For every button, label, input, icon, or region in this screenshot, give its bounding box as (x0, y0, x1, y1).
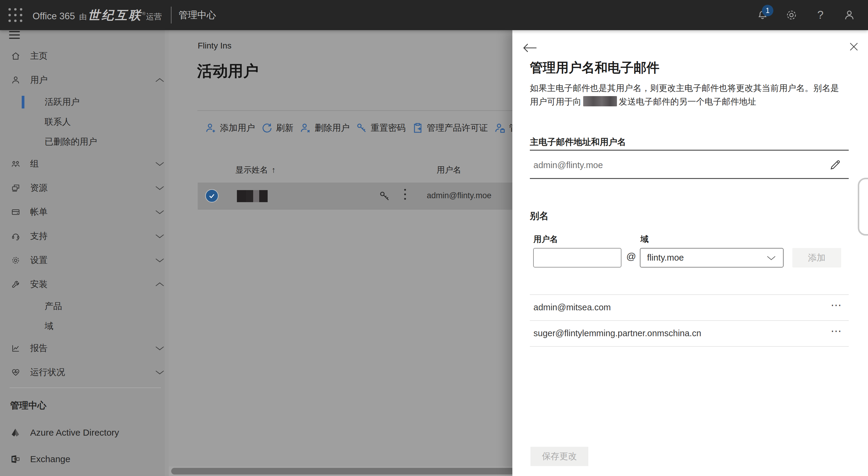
close-icon (849, 41, 859, 52)
close-button[interactable] (849, 41, 859, 52)
chevron-down-icon (155, 185, 164, 191)
settings-button[interactable] (777, 0, 806, 30)
sidebar-item-setup[interactable]: 安装 (0, 272, 169, 296)
headset-icon (11, 231, 21, 241)
sidebar-item-users[interactable]: 用户 (0, 68, 169, 92)
admin-centers-header: 管理中心 (10, 400, 46, 412)
horizontal-scrollbar-track[interactable] (169, 466, 513, 476)
sidebar-item-resources[interactable]: 资源 (0, 176, 169, 200)
chevron-down-icon (155, 233, 164, 239)
person-icon (11, 75, 21, 85)
chevron-up-icon (155, 77, 164, 83)
sidebar-item-domains[interactable]: 域 (0, 316, 169, 336)
main-content: Flinty Ins 活动用户 添加用户 刷新 删除用户 (169, 30, 513, 476)
sidebar-item-reports[interactable]: 报告 (0, 336, 169, 360)
person-briefcase-icon (494, 122, 506, 134)
help-icon: ? (817, 9, 824, 21)
column-header-display-name[interactable]: 显示姓名↑ (236, 164, 276, 175)
manage-roles-button[interactable]: 管理 (494, 122, 513, 134)
sidebar-item-home[interactable]: 主页 (0, 44, 169, 68)
account-button[interactable] (835, 0, 864, 30)
alias-username-input[interactable] (533, 248, 621, 267)
alias-list-divider (530, 320, 849, 321)
key-icon (355, 122, 368, 134)
sort-ascending-icon: ↑ (272, 165, 276, 174)
sidebar-item-products[interactable]: 产品 (0, 296, 169, 316)
refresh-button[interactable]: 刷新 (261, 122, 293, 134)
sidebar-item-deleted-users[interactable]: 已删除的用户 (0, 132, 169, 152)
user-table-row[interactable]: admin@flinty.moe (198, 183, 513, 210)
column-header-username[interactable]: 用户名 (437, 164, 461, 175)
chevron-down-icon (767, 255, 776, 261)
alias-username-label: 用户名 (533, 234, 558, 245)
add-user-button[interactable]: 添加用户 (205, 122, 255, 134)
clipboard-icon (412, 122, 424, 134)
sidebar-item-contacts[interactable]: 联系人 (0, 112, 169, 132)
brand-operator: 世纪互联 (88, 7, 142, 24)
help-button[interactable]: ? (806, 0, 835, 30)
page-title: 活动用户 (197, 61, 258, 82)
selected-indicator (22, 96, 24, 108)
primary-email-value: admin@flinty.moe (533, 160, 603, 170)
brand-product: Office 365 (33, 11, 75, 22)
resources-icon (11, 183, 21, 193)
section-divider (530, 150, 849, 151)
sidebar-item-azure-ad[interactable]: Azure Active Directory (0, 419, 169, 446)
reset-password-button[interactable]: 重置密码 (355, 122, 406, 134)
sidebar-item-billing[interactable]: 帐单 (0, 200, 169, 224)
manage-username-email-panel: 管理用户名和电子邮件 如果主电子邮件也是其用户名，则更改主电子邮件也将更改其当前… (513, 30, 868, 476)
notification-badge: 1 (762, 5, 773, 16)
row-more-actions-icon[interactable] (402, 189, 408, 202)
person-add-icon (205, 122, 217, 134)
pencil-icon (829, 158, 841, 171)
alias-domain-label: 域 (641, 234, 649, 245)
nav-collapse-button[interactable] (9, 31, 20, 41)
app-launcher-icon[interactable] (7, 6, 24, 24)
edit-primary-email-button[interactable] (829, 158, 841, 171)
office365-admin-screen: Office 365 由 世纪互联 ® 运营 管理中心 1 (0, 0, 868, 476)
alias-item: admin@mitsea.com (533, 303, 611, 312)
delete-user-button[interactable]: 删除用户 (300, 122, 350, 134)
admin-center-links: Azure Active Directory E Exchange (0, 419, 169, 472)
panel-description: 如果主电子邮件也是其用户名，则更改主电子邮件也将更改其当前用户名。别名是用户可用… (530, 81, 843, 108)
domain-dropdown[interactable]: flinty.moe (640, 248, 784, 267)
back-button[interactable] (523, 43, 537, 53)
alias-list-divider (530, 346, 849, 347)
vertical-scrollbar-thumb[interactable] (858, 178, 868, 235)
brand-operated-by: 由 (79, 12, 87, 22)
chevron-down-icon (155, 161, 164, 167)
topbar: Office 365 由 世纪互联 ® 运营 管理中心 1 (0, 0, 868, 30)
row-username: admin@flinty.moe (427, 191, 491, 200)
topbar-icons: 1 ? (748, 0, 864, 30)
reset-password-row-icon[interactable] (378, 190, 391, 203)
azure-ad-icon (10, 427, 21, 438)
sidebar-item-health[interactable]: 运行状况 (0, 360, 169, 384)
alias-more-actions-icon[interactable]: ⋯ (831, 326, 842, 336)
horizontal-scrollbar-thumb[interactable] (171, 468, 513, 475)
exchange-icon: E (10, 454, 21, 464)
sidebar-item-active-users[interactable]: 活跃用户 (0, 92, 169, 112)
sidebar-item-exchange[interactable]: E Exchange (0, 446, 169, 472)
sidebar-item-support[interactable]: 支持 (0, 224, 169, 248)
brand-registered-mark: ® (142, 11, 146, 16)
person-delete-icon (300, 122, 312, 134)
notifications-button[interactable]: 1 (748, 0, 777, 30)
manage-licenses-button[interactable]: 管理产品许可证 (412, 122, 488, 134)
person-icon (843, 9, 856, 21)
row-selected-checkbox[interactable] (205, 189, 218, 202)
topbar-divider (171, 7, 172, 24)
toolbar: 添加用户 刷新 删除用户 重置密码 (205, 120, 513, 136)
sidebar-divider (10, 387, 161, 388)
panel-title: 管理用户名和电子邮件 (530, 59, 659, 76)
sidebar-item-settings[interactable]: 设置 (0, 248, 169, 272)
save-changes-button[interactable]: 保存更改 (530, 447, 588, 466)
chevron-down-icon (155, 258, 164, 263)
add-alias-button[interactable]: 添加 (792, 248, 841, 267)
people-icon (11, 159, 21, 169)
sidebar-item-groups[interactable]: 组 (0, 152, 169, 176)
primary-email-section-label: 主电子邮件地址和用户名 (530, 136, 626, 148)
topbar-app-title: 管理中心 (179, 9, 216, 21)
heart-pulse-icon (11, 368, 21, 377)
alias-more-actions-icon[interactable]: ⋯ (831, 301, 842, 310)
chevron-up-icon (155, 282, 164, 287)
